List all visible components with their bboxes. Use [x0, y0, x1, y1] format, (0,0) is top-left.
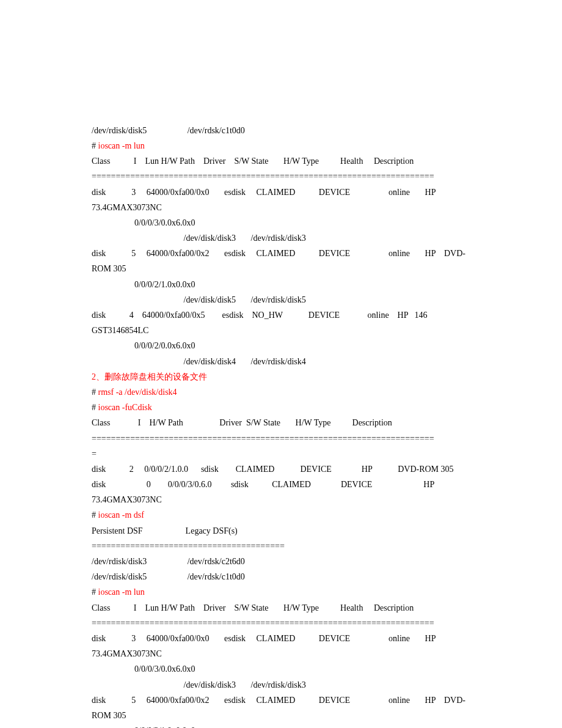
- line: Class I Lun H/W Path Driver S/W State H/…: [92, 600, 470, 616]
- line: /dev/rdisk/disk5 /dev/rdsk/c1t0d0: [92, 569, 470, 584]
- line: # rmsf -a /dev/disk/disk4: [92, 384, 470, 400]
- line: disk 4 64000/0xfa00/0x5 esdisk NO_HW DEV…: [92, 307, 470, 338]
- command-text: ioscan -m lun: [98, 141, 145, 150]
- line: disk 0 0/0/0/3/0.6.0 sdisk CLAIMED DEVIC…: [92, 477, 470, 507]
- line: disk 5 64000/0xfa00/0x2 esdisk CLAIMED D…: [92, 693, 470, 723]
- command-text: ioscan -fuCdisk: [98, 403, 152, 412]
- line: disk 2 0/0/0/2/1.0.0 sdisk CLAIMED DEVIC…: [92, 461, 470, 477]
- line: Class I H/W Path Driver S/W State H/W Ty…: [92, 415, 470, 430]
- prompt: #: [92, 388, 98, 397]
- line: ========================================: [92, 539, 470, 554]
- line: =: [92, 446, 470, 461]
- command-text: rmsf -a /dev/disk/disk4: [98, 388, 177, 397]
- line: Persistent DSF Legacy DSF(s): [92, 523, 470, 539]
- line: 0/0/0/2/1.0x0.0x0: [92, 723, 470, 728]
- prompt: #: [92, 587, 98, 597]
- command-text: ioscan -m dsf: [98, 510, 144, 520]
- line: /dev/disk/disk4 /dev/rdisk/disk4: [92, 354, 470, 369]
- command-text: ioscan -m lun: [98, 587, 145, 597]
- prompt: #: [92, 403, 98, 412]
- prompt: #: [92, 141, 98, 150]
- line: # ioscan -m lun: [92, 138, 470, 153]
- line: 2、删除故障盘相关的设备文件: [92, 369, 470, 384]
- line: # ioscan -m lun: [92, 584, 470, 600]
- line: /dev/rdisk/disk3 /dev/rdsk/c2t6d0: [92, 554, 470, 569]
- line: disk 3 64000/0xfa00/0x0 esdisk CLAIMED D…: [92, 631, 470, 661]
- document-body: /dev/rdisk/disk5 /dev/rdsk/c1t0d0# iosca…: [92, 123, 470, 728]
- line: /dev/disk/disk5 /dev/rdisk/disk5: [92, 292, 470, 307]
- line: ========================================…: [92, 431, 470, 446]
- line: /dev/disk/disk3 /dev/rdisk/disk3: [92, 230, 470, 246]
- section-heading: 2、删除故障盘相关的设备文件: [92, 372, 207, 381]
- line: 0/0/0/2/1.0x0.0x0: [92, 277, 470, 292]
- line: /dev/disk/disk3 /dev/rdisk/disk3: [92, 677, 470, 693]
- prompt: #: [92, 510, 98, 520]
- line: ========================================…: [92, 616, 470, 631]
- line: 0/0/0/3/0.0x6.0x0: [92, 215, 470, 230]
- line: disk 3 64000/0xfa00/0x0 esdisk CLAIMED D…: [92, 185, 470, 215]
- line: # ioscan -m dsf: [92, 507, 470, 523]
- line: ========================================…: [92, 169, 470, 184]
- line: Class I Lun H/W Path Driver S/W State H/…: [92, 153, 470, 169]
- line: /dev/rdisk/disk5 /dev/rdsk/c1t0d0: [92, 123, 470, 138]
- line: # ioscan -fuCdisk: [92, 400, 470, 415]
- line: 0/0/0/2/0.0x6.0x0: [92, 338, 470, 353]
- line: 0/0/0/3/0.0x6.0x0: [92, 661, 470, 677]
- line: disk 5 64000/0xfa00/0x2 esdisk CLAIMED D…: [92, 246, 470, 276]
